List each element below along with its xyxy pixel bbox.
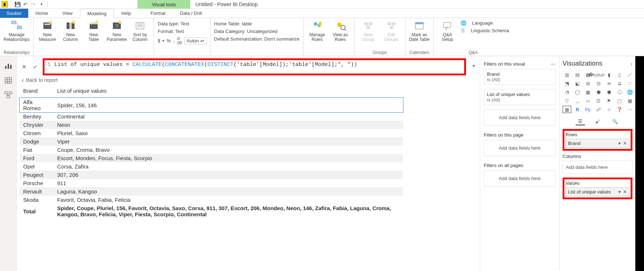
columns-field-well[interactable]: Add data fields here	[563, 160, 632, 174]
filters-visual-well[interactable]: Add data fields here	[484, 109, 556, 126]
viz-ribbon-icon[interactable]: ≋	[605, 80, 613, 87]
manage-relationships-button[interactable]: Manage Relationships	[4, 20, 30, 42]
chevron-down-icon[interactable]: ▾	[618, 141, 621, 146]
back-to-report[interactable]: ‹ Back to report	[17, 77, 480, 86]
viz-donut-icon[interactable]: ◯	[573, 88, 582, 96]
formula-bar[interactable]: 1 List of unique values = CALCULATE(CONC…	[43, 58, 466, 75]
viz-globe-icon[interactable]: 🌐	[626, 88, 634, 96]
viz-pie-icon[interactable]: ◔	[563, 88, 571, 96]
sort-by-column-button[interactable]: Sort by Column	[130, 20, 150, 42]
viz-bar-icon[interactable]: ▤	[573, 71, 582, 78]
viz-stacked-bar-icon[interactable]: ▥	[563, 71, 571, 78]
tab-view[interactable]: View	[55, 9, 80, 18]
formula-expand-icon[interactable]: ▾	[470, 63, 478, 71]
table-row[interactable]: Porsche911	[20, 179, 403, 187]
viz-waterfall-icon[interactable]: ⇊	[615, 80, 624, 87]
new-table-button[interactable]: New Table	[84, 20, 104, 42]
viz-column-icon[interactable]: �column	[594, 71, 603, 78]
viz-treemap-icon[interactable]: ▦	[584, 88, 592, 96]
table-row[interactable]: CitroenPluriel, Saxo	[20, 129, 403, 137]
manage-roles-button[interactable]: Manage Roles	[307, 20, 327, 42]
filter-card-brand[interactable]: Brand is (All)	[484, 69, 556, 85]
linguistic-schema-dropdown[interactable]: 🗄 Linguistic Schema	[461, 27, 509, 34]
currency-button[interactable]: $	[158, 38, 160, 43]
viz-map-icon[interactable]: ⬢	[594, 88, 603, 96]
report-view-icon[interactable]	[4, 61, 13, 71]
undo-icon[interactable]: ↶	[22, 1, 29, 8]
remove-field-icon[interactable]: ✕	[623, 141, 627, 146]
default-summarization-dropdown[interactable]: Default Summarization: Don't summarize	[214, 36, 300, 42]
matrix-visual[interactable]: Brand List of unique values Alfa RomeoSp…	[20, 86, 403, 218]
table-row[interactable]: RenaultLaguna, Kangoo	[20, 187, 403, 196]
viz-kpi-icon[interactable]: ⚑	[605, 97, 613, 104]
more-icon[interactable]: ⋯	[551, 61, 556, 67]
model-view-icon[interactable]	[4, 90, 13, 100]
table-row[interactable]: Peugeot307, 206	[20, 171, 403, 179]
viz-line-icon[interactable]: ／	[626, 71, 634, 78]
viz-stacked-area-icon[interactable]: ⬕	[573, 80, 582, 87]
commit-formula-icon[interactable]: ✓	[31, 63, 39, 70]
viz-decomposition-icon[interactable]: ⊹	[605, 106, 613, 113]
viz-stacked-column-icon[interactable]: ▮	[605, 71, 613, 78]
viz-multirow-icon[interactable]: ☰	[594, 97, 603, 104]
decimal-button[interactable]: .0.00	[177, 36, 182, 45]
fields-tab-icon[interactable]: ☰	[576, 117, 585, 125]
viz-funnel-icon[interactable]: ▽	[563, 97, 571, 104]
column-header-brand[interactable]: Brand	[20, 86, 54, 98]
data-type-dropdown[interactable]: Data type: Text	[158, 20, 207, 27]
viz-scatter-icon[interactable]: ∷	[626, 80, 634, 87]
values-field-unique[interactable]: List of unique values ▾✕	[565, 187, 630, 196]
viz-combo2-icon[interactable]: ⊟	[594, 80, 603, 87]
save-icon[interactable]: 💾	[14, 1, 21, 8]
table-row[interactable]: ChryslerNeon	[20, 121, 403, 129]
viz-100column-icon[interactable]: ▯	[615, 71, 624, 78]
viz-area-icon[interactable]: ⬔	[563, 80, 571, 87]
tab-help[interactable]: Help	[114, 9, 138, 18]
viz-gauge-icon[interactable]: ◡	[573, 97, 582, 104]
new-measure-button[interactable]: New Measure	[37, 20, 58, 42]
viz-card-icon[interactable]: ▭	[584, 97, 592, 104]
table-row[interactable]: SkodaFavorit, Octavia, Fabia, Felicia	[20, 196, 403, 204]
viz-python-icon[interactable]: Py	[584, 106, 592, 113]
cancel-formula-icon[interactable]: ✕	[20, 63, 28, 70]
new-column-button[interactable]: New Column	[60, 20, 81, 42]
mark-as-date-table-button[interactable]: Mark as Date Table	[409, 20, 430, 42]
chevron-right-icon[interactable]: ›	[631, 61, 632, 67]
filter-card-unique[interactable]: List of unique values is (All)	[484, 89, 556, 105]
table-row[interactable]: FiatCoupe, Croma, Bravo	[20, 146, 403, 154]
data-category-dropdown[interactable]: Data Category: Uncategorized	[214, 28, 300, 35]
auto-decimals[interactable]: Auton ▴▾	[184, 37, 207, 44]
viz-combo1-icon[interactable]: ⊞	[584, 80, 592, 87]
column-header-values[interactable]: List of unique values	[54, 86, 403, 98]
viz-matrix-icon[interactable]: ▦	[563, 106, 571, 113]
file-tab[interactable]: Soubor	[0, 9, 28, 18]
tab-modeling[interactable]: Modeling	[80, 9, 114, 18]
new-group-button[interactable]: New Group	[358, 20, 378, 42]
rows-field-brand[interactable]: Brand ▾✕	[565, 139, 630, 148]
new-parameter-button[interactable]: ?New Parameter	[107, 20, 127, 42]
viz-import-icon[interactable]: ⋯	[626, 106, 634, 113]
redo-icon[interactable]: ↷	[30, 1, 37, 8]
qa-setup-button[interactable]: Q&A Setup	[437, 20, 458, 42]
filters-all-well[interactable]: Add data fields here	[484, 170, 556, 187]
viz-qa-icon[interactable]: ❓	[615, 106, 624, 113]
edit-groups-button[interactable]: Edit Groups	[381, 20, 402, 42]
qat-dropdown-icon[interactable]: ▾	[38, 1, 45, 8]
percent-button[interactable]: %	[166, 38, 171, 43]
format-dropdown[interactable]: Format: Text	[158, 28, 207, 35]
home-table-dropdown[interactable]: Home Table: table	[214, 20, 300, 27]
table-row[interactable]: Alfa RomeoSpider, 156, 146	[20, 98, 403, 113]
data-view-icon[interactable]	[4, 76, 13, 85]
remove-field-icon[interactable]: ✕	[623, 189, 627, 195]
table-row[interactable]: BentleyContinental	[20, 112, 403, 121]
chevron-down-icon[interactable]: ▾	[618, 189, 621, 195]
language-dropdown[interactable]: 🌐 Language	[461, 20, 509, 26]
analytics-tab-icon[interactable]: 🔍	[610, 117, 620, 125]
table-row[interactable]: DodgeViper	[20, 137, 403, 146]
table-row[interactable]: FordEscort, Mondeo, Focus, Fiesta, Scorp…	[20, 154, 403, 162]
tab-data-drill[interactable]: Data / Drill	[173, 9, 209, 18]
tab-format[interactable]: Format	[143, 9, 173, 18]
viz-shape-map-icon[interactable]: ⬡	[615, 88, 624, 96]
comma-button[interactable]: ,	[173, 38, 174, 43]
viz-slicer-icon[interactable]: ▢	[615, 97, 624, 104]
